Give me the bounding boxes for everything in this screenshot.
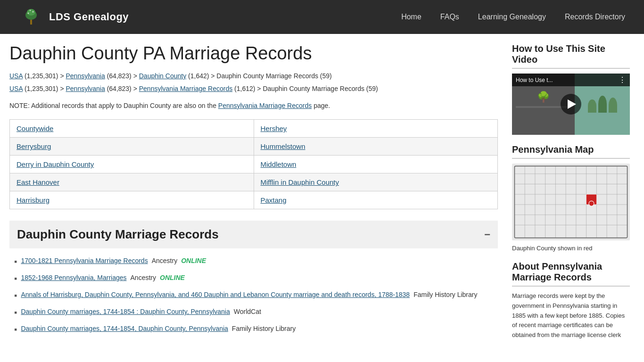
map-section-title: Pennsylvania Map	[512, 144, 630, 155]
location-link[interactable]: Countywide	[17, 124, 53, 132]
play-icon	[568, 99, 576, 109]
record-link[interactable]: Annals of Harrisburg, Dauphin County, Pe…	[21, 290, 410, 300]
pa-map	[512, 164, 630, 240]
list-item: 1700-1821 Pennsylvania Marriage Records …	[14, 256, 498, 268]
breadcrumb-usa-1[interactable]: USA	[9, 72, 23, 80]
about-divider	[512, 286, 630, 287]
list-item: Dauphin County marriages, 1744-1854, Dau…	[14, 324, 498, 336]
location-link[interactable]: Harrisburg	[17, 196, 50, 204]
silhouette-1	[588, 99, 596, 113]
note-block: NOTE: Additional records that apply to D…	[9, 100, 498, 111]
section-heading: Dauphin County Marriage Records −	[9, 221, 498, 248]
logo-text: LDS Genealogy	[49, 11, 129, 23]
page-title: Dauphin County PA Marriage Records	[9, 43, 498, 64]
list-item: Annals of Harrisburg, Dauphin County, Pe…	[14, 290, 498, 302]
location-link[interactable]: Hummelstown	[261, 142, 305, 150]
silhouette-3	[609, 98, 617, 113]
list-item: 1852-1968 Pennsylvania, Marriages Ancest…	[14, 273, 498, 285]
records-list: 1700-1821 Pennsylvania Marriage Records …	[9, 256, 498, 336]
location-link[interactable]: East Hanover	[17, 178, 59, 186]
svg-point-5	[33, 11, 34, 13]
main-nav: Home FAQs Learning Genealogy Records Dir…	[401, 13, 625, 21]
nav-faqs[interactable]: FAQs	[440, 13, 459, 21]
table-row: HarrisburgPaxtang	[10, 191, 498, 209]
record-link[interactable]: 1700-1821 Pennsylvania Marriage Records	[21, 256, 148, 266]
svg-point-3	[27, 9, 35, 16]
table-row: Derry in Dauphin CountyMiddletown	[10, 156, 498, 173]
online-badge: ONLINE	[181, 256, 206, 266]
play-button[interactable]	[561, 94, 581, 115]
location-link[interactable]: Paxtang	[261, 196, 287, 204]
pa-marriage-link[interactable]: Pennsylvania Marriage Records	[218, 102, 312, 109]
breadcrumb-usa-2[interactable]: USA	[9, 85, 23, 92]
online-badge: ONLINE	[160, 273, 185, 283]
record-link[interactable]: Dauphin County marriages, 1744-1854, Dau…	[21, 324, 228, 334]
main-content: Dauphin County PA Marriage Records USA (…	[9, 43, 498, 341]
video-bar2	[521, 111, 566, 113]
map-caption: Dauphin County shown in red	[512, 245, 630, 252]
svg-point-4	[28, 13, 29, 14]
nav-learning[interactable]: Learning Genealogy	[478, 13, 546, 21]
location-table: CountywideHersheyBerrysburgHummelstownDe…	[9, 119, 498, 209]
record-link[interactable]: 1852-1968 Pennsylvania, Marriages	[21, 273, 126, 283]
location-link[interactable]: Mifflin in Dauphin County	[261, 178, 339, 186]
video-top-bar: How to Use t... ⋮	[512, 74, 630, 86]
location-link[interactable]: Hershey	[261, 124, 287, 132]
location-link[interactable]: Derry in Dauphin County	[17, 160, 94, 168]
video-divider	[512, 68, 630, 69]
silhouette-2	[598, 96, 607, 113]
svg-rect-1	[30, 20, 32, 25]
video-more-icon[interactable]: ⋮	[619, 75, 626, 84]
breadcrumb-pa-1[interactable]: Pennsylvania	[66, 72, 105, 80]
nav-records[interactable]: Records Directory	[565, 13, 625, 21]
map-divider	[512, 158, 630, 159]
svg-point-26	[589, 201, 594, 206]
video-bar3	[519, 115, 568, 117]
breadcrumb-1: USA (1,235,301) > Pennsylvania (64,823) …	[9, 71, 498, 81]
location-link[interactable]: Berrysburg	[17, 142, 51, 150]
svg-rect-7	[512, 164, 630, 240]
about-body: Marriage records were kept by the govern…	[512, 291, 630, 340]
record-link[interactable]: Dauphin County marriages, 1744-1854 : Da…	[21, 307, 230, 317]
site-header: LDS Genealogy Home FAQs Learning Genealo…	[0, 0, 644, 34]
logo-area[interactable]: LDS Genealogy	[19, 5, 129, 29]
section-title: Dauphin County Marriage Records	[17, 227, 219, 242]
video-thumbnail[interactable]: 🌳 How to Use t... ⋮	[512, 74, 630, 135]
breadcrumb-pa-marriage[interactable]: Pennsylvania Marriage Records	[139, 85, 232, 92]
page-wrap: Dauphin County PA Marriage Records USA (…	[0, 34, 644, 350]
sidebar: How to Use This Site Video 🌳	[512, 43, 630, 341]
table-row: CountywideHershey	[10, 120, 498, 138]
collapse-button[interactable]: −	[484, 229, 490, 241]
video-section-title: How to Use This Site Video	[512, 43, 630, 65]
map-container	[512, 164, 630, 242]
nav-home[interactable]: Home	[401, 13, 421, 21]
table-row: BerrysburgHummelstown	[10, 138, 498, 156]
people-silhouettes	[588, 96, 617, 113]
logo-icon	[19, 5, 43, 29]
svg-point-6	[30, 10, 31, 11]
location-link[interactable]: Middletown	[261, 160, 297, 168]
tree-icon: 🌳	[537, 91, 550, 103]
breadcrumb-2: USA (1,235,301) > Pennsylvania (64,823) …	[9, 84, 498, 94]
about-section-title: About Pennsylvania Marriage Records	[512, 261, 630, 283]
breadcrumb-pa-2[interactable]: Pennsylvania	[66, 85, 105, 92]
breadcrumb-county-1[interactable]: Dauphin County	[139, 72, 186, 80]
list-item: Dauphin County marriages, 1744-1854 : Da…	[14, 307, 498, 319]
video-title-text: How to Use t...	[516, 77, 553, 83]
table-row: East HanoverMifflin in Dauphin County	[10, 173, 498, 191]
